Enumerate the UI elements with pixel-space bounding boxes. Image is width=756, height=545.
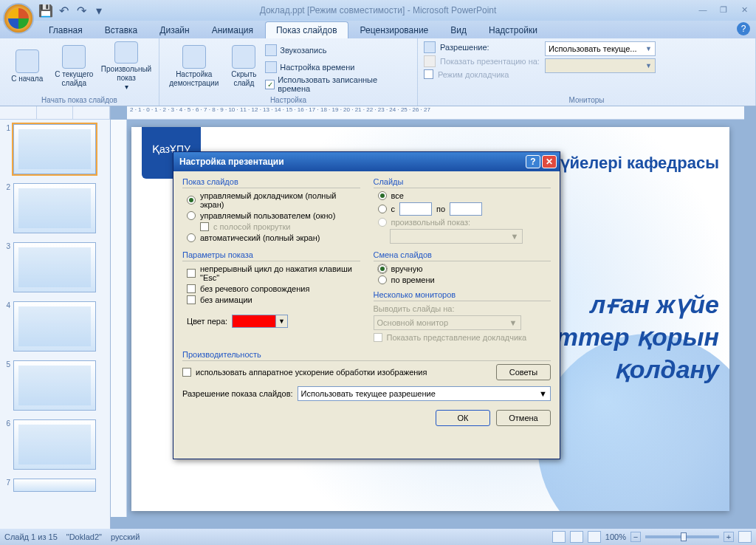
hide-slide-icon xyxy=(232,45,255,69)
show-type-title: Показ слайдов xyxy=(182,177,360,188)
zoom-slider[interactable] xyxy=(645,535,719,538)
mic-icon xyxy=(265,44,277,56)
zoom-out-button[interactable]: − xyxy=(630,532,641,542)
clock-icon xyxy=(265,61,277,73)
chk-no-animation[interactable] xyxy=(187,295,196,304)
ok-button[interactable]: ОК xyxy=(436,410,490,426)
resolution-combo[interactable]: Использовать текуще...▼ xyxy=(545,41,656,56)
tips-button[interactable]: Советы xyxy=(496,364,551,380)
setup-show-dialog: Настройка презентации ? ✕ Показ слайдов … xyxy=(173,151,560,459)
help-icon[interactable]: ? xyxy=(737,22,750,35)
monitor-combo: Основной монитор▼ xyxy=(374,315,521,330)
custom-show-combo: ▼ xyxy=(390,229,523,244)
record-narration-button[interactable]: Звукозапись xyxy=(265,43,411,58)
tab-slideshow[interactable]: Показ слайдов xyxy=(265,21,348,38)
tab-insert[interactable]: Вставка xyxy=(94,22,148,38)
minimize-button[interactable]: — xyxy=(694,3,712,16)
play-current-icon xyxy=(62,45,86,69)
status-theme: "Doklad2" xyxy=(66,532,102,541)
maximize-button[interactable]: ❐ xyxy=(715,3,732,16)
tab-home[interactable]: Главная xyxy=(38,22,93,38)
thumbnail-7[interactable] xyxy=(13,479,96,492)
thumbnail-1[interactable] xyxy=(13,124,96,174)
pen-color-picker[interactable]: ▼ xyxy=(232,315,288,328)
cancel-button[interactable]: Отмена xyxy=(496,410,551,426)
zoom-level[interactable]: 100% xyxy=(605,532,626,541)
resolution-combo-dlg[interactable]: Использовать текущее разрешение▼ xyxy=(298,386,551,401)
thumbnail-3[interactable] xyxy=(13,242,96,292)
radio-kiosk[interactable] xyxy=(187,233,196,242)
show-on-icon xyxy=(424,55,436,67)
tab-view[interactable]: Вид xyxy=(440,22,477,38)
rehearse-timings-button[interactable]: Настройка времени xyxy=(265,60,411,75)
use-timings-checkbox[interactable]: ✓Использовать записанные времена xyxy=(265,77,411,92)
thumbnail-5[interactable] xyxy=(13,360,96,411)
custom-show-button[interactable]: Произвольный показ ▾ xyxy=(100,41,153,92)
ribbon: С начала С текущего слайда Произвольный … xyxy=(0,38,756,106)
tab-addins[interactable]: Надстройки xyxy=(478,22,548,38)
thumbnail-6[interactable] xyxy=(13,419,96,470)
play-from-start-icon xyxy=(16,49,39,73)
show-on-combo: ▼ xyxy=(545,58,656,73)
custom-show-icon xyxy=(114,41,138,64)
close-button[interactable]: ✕ xyxy=(735,3,753,16)
tab-review[interactable]: Рецензирование xyxy=(350,22,439,38)
horizontal-ruler: 2 · 1 · 0 · 1 · 2 · 3 · 4 · 5 · 6 · 7 · … xyxy=(127,106,744,120)
dialog-close-button[interactable]: ✕ xyxy=(542,155,557,168)
chk-loop[interactable] xyxy=(187,269,196,278)
redo-icon[interactable]: ↷ xyxy=(74,3,89,18)
window-title: Доклад.ppt [Режим совместимости] - Micro… xyxy=(260,5,497,16)
radio-from-to[interactable] xyxy=(378,205,387,213)
view-normal-button[interactable] xyxy=(552,531,566,543)
radio-custom-show xyxy=(378,218,387,227)
tab-design[interactable]: Дизайн xyxy=(149,22,199,38)
group-setup-label: Настройка xyxy=(159,96,417,104)
from-input[interactable] xyxy=(399,202,432,216)
ribbon-tabs: Главная Вставка Дизайн Анимация Показ сл… xyxy=(0,21,756,38)
radio-all-slides[interactable] xyxy=(378,191,387,200)
to-input[interactable] xyxy=(450,202,482,216)
resolution-icon xyxy=(424,41,436,53)
perf-title: Производительность xyxy=(182,350,551,361)
chk-presenter-view xyxy=(374,333,382,342)
hide-slide-button[interactable]: Скрыть слайд xyxy=(227,41,261,92)
advance-title: Смена слайдов xyxy=(374,250,551,261)
status-slide: Слайд 1 из 15 xyxy=(4,532,58,541)
thumbnail-4[interactable] xyxy=(13,301,96,352)
fit-window-button[interactable] xyxy=(738,531,752,543)
slide-text-3: қолдану xyxy=(614,354,719,384)
params-title: Параметры показа xyxy=(182,250,360,261)
presenter-view-checkbox xyxy=(424,69,433,79)
setup-show-button[interactable]: Настройка демонстрации xyxy=(165,41,223,92)
save-icon[interactable]: 💾 xyxy=(38,3,53,18)
radio-presenter[interactable] xyxy=(187,196,196,205)
slides-title: Слайды xyxy=(374,177,551,188)
dialog-help-button[interactable]: ? xyxy=(526,155,540,168)
from-current-button[interactable]: С текущего слайда xyxy=(53,41,96,92)
vertical-ruler xyxy=(111,120,127,517)
group-start-label: Начать показ слайдов xyxy=(0,96,159,104)
radio-manual[interactable] xyxy=(378,264,387,273)
slide-thumbnails[interactable]: 1 2 3 4 5 6 7 xyxy=(0,106,111,529)
slide-text-2: ттер қорын xyxy=(556,322,719,352)
status-lang: русский xyxy=(111,532,140,541)
view-slideshow-button[interactable] xyxy=(588,531,601,543)
radio-timings[interactable] xyxy=(378,275,387,284)
undo-icon[interactable]: ↶ xyxy=(56,3,71,18)
view-sorter-button[interactable] xyxy=(570,531,583,543)
radio-window[interactable] xyxy=(187,211,196,220)
monitors-title: Несколько мониторов xyxy=(374,290,551,301)
chk-hw-accel[interactable] xyxy=(182,368,191,377)
qat-more-icon[interactable]: ▾ xyxy=(92,3,106,18)
zoom-in-button[interactable]: + xyxy=(724,532,734,542)
titlebar: 💾 ↶ ↷ ▾ Доклад.ppt [Режим совместимости]… xyxy=(0,0,756,21)
office-button[interactable] xyxy=(3,3,34,34)
from-beginning-button[interactable]: С начала xyxy=(6,41,49,92)
dialog-titlebar[interactable]: Настройка презентации ? ✕ xyxy=(173,152,560,171)
setup-icon xyxy=(182,45,206,69)
chk-no-narration[interactable] xyxy=(187,284,196,293)
status-bar: Слайд 1 из 15 "Doklad2" русский 100% − + xyxy=(0,529,756,545)
thumbnail-2[interactable] xyxy=(13,183,96,233)
slide-heading: үйелері кафедрасы xyxy=(560,154,719,173)
tab-animation[interactable]: Анимация xyxy=(202,22,264,38)
